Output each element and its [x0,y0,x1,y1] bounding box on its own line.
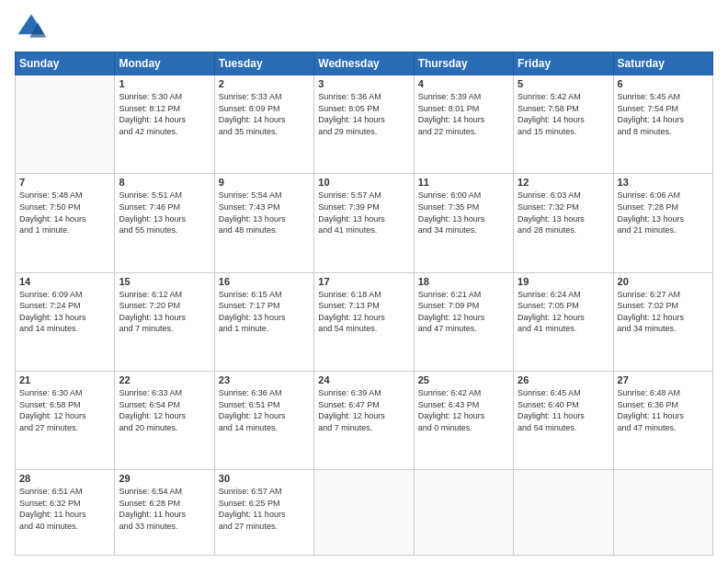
cell-info: Sunrise: 5:57 AM Sunset: 7:39 PM Dayligh… [318,190,409,236]
day-number: 23 [219,374,310,385]
day-number: 10 [318,177,409,188]
table-row: 17Sunrise: 6:18 AM Sunset: 7:13 PM Dayli… [314,272,414,371]
calendar-week-row: 14Sunrise: 6:09 AM Sunset: 7:24 PM Dayli… [16,272,713,371]
table-row: 3Sunrise: 5:36 AM Sunset: 8:05 PM Daylig… [314,75,414,174]
day-number: 2 [219,78,310,89]
day-number: 19 [518,276,609,287]
table-row: 13Sunrise: 6:06 AM Sunset: 7:28 PM Dayli… [613,174,712,272]
cell-info: Sunrise: 6:36 AM Sunset: 6:51 PM Dayligh… [219,387,310,433]
day-number: 28 [19,473,110,484]
calendar-week-row: 21Sunrise: 6:30 AM Sunset: 6:58 PM Dayli… [16,371,713,469]
table-row: 25Sunrise: 6:42 AM Sunset: 6:43 PM Dayli… [414,371,513,469]
col-sunday: Sunday [16,52,115,75]
logo-icon [15,11,48,44]
col-tuesday: Tuesday [214,52,313,75]
day-number: 7 [19,177,110,188]
cell-info: Sunrise: 5:54 AM Sunset: 7:43 PM Dayligh… [219,190,310,236]
cell-info: Sunrise: 6:03 AM Sunset: 7:32 PM Dayligh… [518,190,609,236]
table-row: 22Sunrise: 6:33 AM Sunset: 6:54 PM Dayli… [115,371,214,469]
cell-info: Sunrise: 5:51 AM Sunset: 7:46 PM Dayligh… [119,190,210,236]
cell-info: Sunrise: 6:18 AM Sunset: 7:13 PM Dayligh… [318,289,409,335]
day-number: 14 [19,276,110,287]
table-row: 30Sunrise: 6:57 AM Sunset: 6:25 PM Dayli… [214,470,313,556]
table-row [613,470,712,556]
day-number: 15 [119,276,210,287]
table-row [414,470,513,556]
table-row: 2Sunrise: 5:33 AM Sunset: 8:09 PM Daylig… [214,75,313,174]
cell-info: Sunrise: 6:57 AM Sunset: 6:25 PM Dayligh… [219,486,310,532]
table-row: 10Sunrise: 5:57 AM Sunset: 7:39 PM Dayli… [314,174,414,272]
table-row: 6Sunrise: 5:45 AM Sunset: 7:54 PM Daylig… [613,75,712,174]
table-row [16,75,115,174]
table-row: 5Sunrise: 5:42 AM Sunset: 7:58 PM Daylig… [514,75,613,174]
table-row: 21Sunrise: 6:30 AM Sunset: 6:58 PM Dayli… [16,371,115,469]
cell-info: Sunrise: 6:45 AM Sunset: 6:40 PM Dayligh… [518,387,609,433]
day-number: 27 [618,374,709,385]
table-row: 15Sunrise: 6:12 AM Sunset: 7:20 PM Dayli… [115,272,214,371]
table-row: 14Sunrise: 6:09 AM Sunset: 7:24 PM Dayli… [16,272,115,371]
table-row: 20Sunrise: 6:27 AM Sunset: 7:02 PM Dayli… [613,272,712,371]
cell-info: Sunrise: 6:48 AM Sunset: 6:36 PM Dayligh… [618,387,709,433]
col-thursday: Thursday [414,52,513,75]
day-number: 6 [618,78,709,89]
cell-info: Sunrise: 6:06 AM Sunset: 7:28 PM Dayligh… [618,190,709,236]
cell-info: Sunrise: 6:12 AM Sunset: 7:20 PM Dayligh… [119,289,210,335]
cell-info: Sunrise: 6:15 AM Sunset: 7:17 PM Dayligh… [219,289,310,335]
day-number: 3 [318,78,409,89]
day-number: 4 [418,78,509,89]
cell-info: Sunrise: 6:42 AM Sunset: 6:43 PM Dayligh… [418,387,509,433]
table-row: 7Sunrise: 5:48 AM Sunset: 7:50 PM Daylig… [16,174,115,272]
table-row: 12Sunrise: 6:03 AM Sunset: 7:32 PM Dayli… [514,174,613,272]
day-number: 11 [418,177,509,188]
calendar-table: Sunday Monday Tuesday Wednesday Thursday… [15,52,713,556]
col-friday: Friday [514,52,613,75]
day-number: 25 [418,374,509,385]
table-row [514,470,613,556]
table-row: 1Sunrise: 5:30 AM Sunset: 8:12 PM Daylig… [115,75,214,174]
calendar-week-row: 1Sunrise: 5:30 AM Sunset: 8:12 PM Daylig… [16,75,713,174]
cell-info: Sunrise: 5:42 AM Sunset: 7:58 PM Dayligh… [518,91,609,137]
day-number: 26 [518,374,609,385]
cell-info: Sunrise: 5:30 AM Sunset: 8:12 PM Dayligh… [119,91,210,137]
page: Sunday Monday Tuesday Wednesday Thursday… [0,0,728,563]
col-monday: Monday [115,52,214,75]
day-number: 20 [618,276,709,287]
cell-info: Sunrise: 5:36 AM Sunset: 8:05 PM Dayligh… [318,91,409,137]
cell-info: Sunrise: 6:21 AM Sunset: 7:09 PM Dayligh… [418,289,509,335]
table-row: 24Sunrise: 6:39 AM Sunset: 6:47 PM Dayli… [314,371,414,469]
day-number: 30 [219,473,310,484]
table-row: 4Sunrise: 5:39 AM Sunset: 8:01 PM Daylig… [414,75,513,174]
day-number: 29 [119,473,210,484]
table-row: 18Sunrise: 6:21 AM Sunset: 7:09 PM Dayli… [414,272,513,371]
cell-info: Sunrise: 5:33 AM Sunset: 8:09 PM Dayligh… [219,91,310,137]
col-wednesday: Wednesday [314,52,414,75]
day-number: 8 [119,177,210,188]
table-row: 28Sunrise: 6:51 AM Sunset: 6:32 PM Dayli… [16,470,115,556]
cell-info: Sunrise: 5:45 AM Sunset: 7:54 PM Dayligh… [618,91,709,137]
table-row: 19Sunrise: 6:24 AM Sunset: 7:05 PM Dayli… [514,272,613,371]
day-number: 17 [318,276,409,287]
table-row: 16Sunrise: 6:15 AM Sunset: 7:17 PM Dayli… [214,272,313,371]
calendar-week-row: 28Sunrise: 6:51 AM Sunset: 6:32 PM Dayli… [16,470,713,556]
day-number: 9 [219,177,310,188]
table-row: 9Sunrise: 5:54 AM Sunset: 7:43 PM Daylig… [214,174,313,272]
col-saturday: Saturday [613,52,712,75]
cell-info: Sunrise: 5:48 AM Sunset: 7:50 PM Dayligh… [19,190,110,236]
logo [15,11,51,44]
cell-info: Sunrise: 6:24 AM Sunset: 7:05 PM Dayligh… [518,289,609,335]
cell-info: Sunrise: 6:09 AM Sunset: 7:24 PM Dayligh… [19,289,110,335]
table-row: 26Sunrise: 6:45 AM Sunset: 6:40 PM Dayli… [514,371,613,469]
cell-info: Sunrise: 6:51 AM Sunset: 6:32 PM Dayligh… [19,486,110,532]
table-row: 29Sunrise: 6:54 AM Sunset: 6:28 PM Dayli… [115,470,214,556]
table-row: 23Sunrise: 6:36 AM Sunset: 6:51 PM Dayli… [214,371,313,469]
day-number: 24 [318,374,409,385]
cell-info: Sunrise: 5:39 AM Sunset: 8:01 PM Dayligh… [418,91,509,137]
calendar-week-row: 7Sunrise: 5:48 AM Sunset: 7:50 PM Daylig… [16,174,713,272]
day-number: 5 [518,78,609,89]
day-number: 13 [618,177,709,188]
cell-info: Sunrise: 6:30 AM Sunset: 6:58 PM Dayligh… [19,387,110,433]
cell-info: Sunrise: 6:39 AM Sunset: 6:47 PM Dayligh… [318,387,409,433]
cell-info: Sunrise: 6:00 AM Sunset: 7:35 PM Dayligh… [418,190,509,236]
calendar-header-row: Sunday Monday Tuesday Wednesday Thursday… [16,52,713,75]
table-row [314,470,414,556]
